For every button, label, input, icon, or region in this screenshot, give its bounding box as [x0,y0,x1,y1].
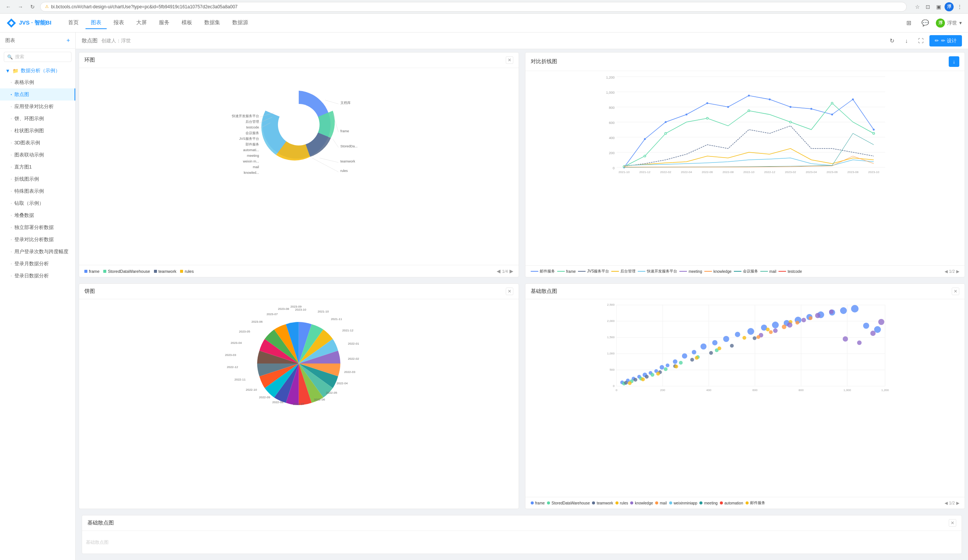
back-button[interactable]: ← [4,2,13,12]
scatter-close-button[interactable]: ✕ [952,287,959,295]
svg-point-175 [742,336,746,340]
svg-text:2023-08: 2023-08 [278,307,289,311]
chrome-menu-button[interactable]: ⋮ [955,2,964,12]
sidebar-item-scatter[interactable]: 散点图 [0,88,75,101]
line-prev-button[interactable]: ◀ [945,269,948,274]
add-chart-button[interactable]: + [66,37,70,44]
legend-jvs: JVS服务平台 [578,269,609,274]
svg-point-162 [645,375,648,378]
sidebar-item-login-count[interactable]: 用户登录次数与跨度幅度 [0,246,75,258]
sidebar-item-login-analysis[interactable]: 应用登录对比分析 [0,101,75,112]
svg-text:2022-01: 2022-01 [348,342,360,345]
svg-text:1,500: 1,500 [607,335,615,339]
scatter-prev-button[interactable]: ◀ [945,501,948,505]
basic-scatter-header: 基础散点图 ✕ [525,284,965,299]
profile-avatar[interactable]: 浮 [945,2,954,12]
svg-text:1,000: 1,000 [843,388,851,392]
donut-close-button[interactable]: ✕ [506,56,513,64]
nav-template[interactable]: 模板 [176,17,197,29]
donut-chart-body: 快速开发服务平台 后台管理 testcode 会议服务 JVS服务平台 部件服务… [79,68,519,265]
design-label: ✏ 设计 [941,37,956,44]
basic-scatter-svg: 2,500 2,000 1,500 1,000 500 0 [529,301,961,392]
basic-scatter2-title: 基础散点图 [87,520,114,526]
donut-svg: 快速开发服务平台 后台管理 testcode 会议服务 JVS服务平台 部件服务… [83,72,515,178]
svg-point-66 [873,129,875,131]
sidebar-search[interactable]: 🔍 搜索 [4,52,71,62]
svg-text:2022-02: 2022-02 [348,357,360,360]
scatter-pagination: ◀ 1/2 ▶ [945,501,959,505]
svg-text:2022-11: 2022-11 [235,378,246,381]
refresh-toolbar-button[interactable]: ↻ [886,35,898,46]
download-toolbar-button[interactable]: ↓ [901,35,912,46]
line-legend-pagination: ◀ 1/2 ▶ [945,269,959,274]
sidebar-header: 图表 + [0,33,75,49]
svg-point-58 [706,102,708,104]
grid-icon-button[interactable]: ⊞ [903,17,915,29]
pie-close-button[interactable]: ✕ [506,287,513,295]
sidebar-title: 图表 [5,37,15,44]
sidebar-item-line[interactable]: 折线图示例 [0,173,75,185]
forward-button[interactable]: → [16,2,25,12]
extensions-button[interactable]: ⊡ [923,2,932,12]
nav-charts[interactable]: 图表 [86,17,107,29]
window-button[interactable]: ▣ [934,2,943,12]
nav-bigscreen[interactable]: 大屏 [131,17,152,29]
svg-text:2023-02: 2023-02 [785,170,796,174]
legend-meeting-line: meeting [680,269,702,274]
chat-icon-button[interactable]: 💬 [919,17,931,29]
sidebar-item-login-compare[interactable]: 登录对比分析数据 [0,233,75,246]
design-button[interactable]: ✏ ✏ 设计 [930,35,962,46]
svg-text:2022-04: 2022-04 [336,382,348,385]
scatter-next-button[interactable]: ▶ [956,501,959,505]
scatter-dot-rules [615,501,618,504]
svg-text:800: 800 [799,388,804,392]
svg-text:0: 0 [615,388,617,392]
sidebar-item-special[interactable]: 特殊图表示例 [0,185,75,197]
sidebar-item-daily[interactable]: 登录日数据分析 [0,270,75,282]
sidebar-item-3d[interactable]: 3D图表示例 [0,137,75,149]
donut-pagination: 1/4 [502,269,508,274]
nav-dataset[interactable]: 数据集 [199,17,225,29]
sidebar-item-drill[interactable]: 钻取（示例） [0,197,75,209]
svg-point-165 [690,358,694,362]
donut-legend: frame StoredDataWarehouse teamwork rules [79,265,519,277]
toolbar-right: ↻ ↓ ⛶ ✏ ✏ 设计 [886,35,962,46]
svg-text:2022-12: 2022-12 [764,170,776,174]
scatter2-close-button[interactable]: ✕ [949,519,956,527]
legend-line-mail2 [760,271,768,272]
sidebar-item-stack[interactable]: 堆叠数据 [0,209,75,221]
line-next-button[interactable]: ▶ [956,269,959,274]
sidebar-item-table[interactable]: 表格示例 [0,76,75,88]
basic-scatter-body: 2,500 2,000 1,500 1,000 500 0 [525,299,965,497]
nav-datasource[interactable]: 数据源 [227,17,254,29]
logo-text: JVS · 智能BI [19,19,51,26]
comparison-download-button[interactable]: ↓ [949,56,959,67]
user-info[interactable]: 浮 浮世 ▾ [936,18,962,28]
user-avatar: 浮 [936,18,945,28]
scatter-dot-automation [720,501,723,504]
sidebar-item-pie-donut[interactable]: 饼、环图示例 [0,112,75,125]
nav-service[interactable]: 服务 [154,17,175,29]
refresh-button[interactable]: ↻ [28,2,37,12]
nav-report[interactable]: 报表 [108,17,129,29]
svg-point-192 [808,316,812,320]
sidebar-item-deploy[interactable]: 独立部署分析数据 [0,221,75,233]
sidebar-item-histogram[interactable]: 直方图1 [0,161,75,173]
nav-home[interactable]: 首页 [63,17,84,29]
donut-next-button[interactable]: ▶ [509,268,513,274]
sidebar-item-monthly[interactable]: 登录月数据分析 [0,258,75,270]
legend-line-conference [734,271,741,272]
donut-prev-button[interactable]: ◀ [497,268,501,274]
svg-point-160 [624,381,628,385]
url-bar[interactable]: ⚠ bi.bctools.cn/#/chart-design-ui/chartU… [40,2,907,12]
sidebar-folder[interactable]: ▼ 📁 数据分析（示例） [0,65,75,76]
svg-text:2021-12: 2021-12 [639,170,651,174]
scatter-legend-email: 邮件服务 [746,500,765,505]
scatter-legend-teamwork: teamwork [592,501,613,505]
legend-mail: 邮件服务 [531,269,555,274]
svg-line-22 [325,100,338,104]
star-button[interactable]: ☆ [913,2,922,12]
sidebar-item-linkage[interactable]: 图表联动示例 [0,149,75,161]
fullscreen-toolbar-button[interactable]: ⛶ [915,35,927,46]
sidebar-item-bar[interactable]: 柱状图示例图 [0,125,75,137]
